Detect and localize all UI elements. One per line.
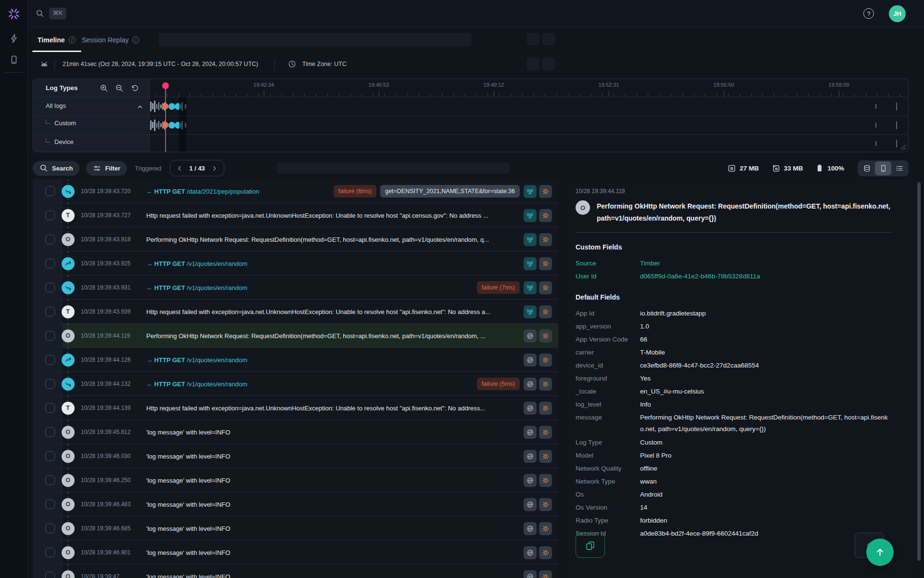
param-badge[interactable]: get=DENSITY_2021,NAME,STATE&for=state:36 [380,185,520,197]
zoom-in-icon[interactable] [100,84,108,92]
bitdrift-logo-icon[interactable] [7,7,21,21]
search-shortcut-badge[interactable]: ⌘K [49,8,66,19]
radio-tower-icon[interactable] [524,257,537,270]
search-button[interactable]: Search [33,161,79,176]
search-icon[interactable] [36,9,44,18]
log-row[interactable]: O 10/28 19:39:46.483 'log message' with … [33,492,558,516]
brightness-icon[interactable] [539,233,552,246]
resize-handle-icon[interactable] [899,144,906,150]
failure-badge[interactable]: failure (5ms) [477,378,520,390]
globe-offline-icon[interactable] [524,546,537,559]
tab-timeline[interactable]: Timeline i [38,27,76,52]
row-checkbox[interactable] [45,548,55,557]
globe-offline-icon[interactable] [524,378,537,391]
row-checkbox[interactable] [45,259,55,268]
row-checkbox[interactable] [45,379,55,389]
playhead-line[interactable] [165,86,166,152]
data-view-button[interactable] [859,161,875,175]
field-value[interactable]: Timber [640,257,673,270]
globe-offline-icon[interactable] [524,474,537,487]
log-row[interactable]: 10/28 19:39:43.925 → HTTP GET /v1/quotes… [33,251,558,276]
brightness-icon[interactable] [539,305,552,318]
row-checkbox[interactable] [45,451,55,461]
row-checkbox[interactable] [45,307,55,316]
globe-offline-icon[interactable] [524,450,537,463]
log-row[interactable]: O 10/28 19:39:45.812 'log message' with … [33,420,558,444]
log-row[interactable]: O 10/28 19:39:46.685 'log message' with … [33,516,558,540]
reset-zoom-icon[interactable] [130,84,139,92]
globe-offline-icon[interactable] [524,329,537,342]
field-value[interactable]: wwan [640,475,669,488]
field-value[interactable]: Android [640,488,675,501]
radio-tower-icon[interactable] [524,281,537,294]
field-value[interactable]: forbidden [640,514,680,527]
field-value[interactable]: T-Mobile [640,346,678,359]
row-checkbox[interactable] [45,283,55,292]
filter-button[interactable]: Filter [86,161,127,176]
field-value[interactable]: a0de83b4-bd2f-4ece-89f9-6602441caf2d [640,527,770,540]
log-row[interactable]: 10/28 19:39:44.126 → HTTP GET /v1/quotes… [33,348,558,372]
log-list[interactable]: 10/28 19:39:43.720 ← HTTP GET /data/2021… [33,179,558,578]
timeline-row-all-logs[interactable]: All logs [46,102,66,109]
log-row[interactable]: T 10/28 19:39:44.139 Http request failed… [33,396,558,420]
brightness-icon[interactable] [539,329,552,342]
prev-page-icon[interactable] [176,165,183,172]
flash-nav-icon[interactable] [9,34,19,44]
field-value[interactable]: 14 [640,501,660,514]
field-value[interactable]: io.bitdrift.gradletestapp [640,307,719,320]
globe-offline-icon[interactable] [524,498,537,511]
brightness-icon[interactable] [539,522,552,535]
failure-badge[interactable]: failure (6ms) [334,185,376,197]
brightness-icon[interactable] [539,474,552,487]
row-checkbox[interactable] [45,572,55,578]
row-checkbox[interactable] [45,210,55,220]
radio-tower-icon[interactable] [524,185,537,198]
row-checkbox[interactable] [45,524,55,533]
log-row[interactable]: 10/28 19:39:43.720 ← HTTP GET /data/2021… [33,179,558,203]
zoom-out-icon[interactable] [115,84,124,92]
row-checkbox[interactable] [45,186,55,196]
log-row[interactable]: O 10/28 19:39:46.901 'log message' with … [33,540,558,565]
list-view-button[interactable] [891,161,908,175]
log-row[interactable]: T 10/28 19:39:43.939 Http request failed… [33,300,558,324]
field-value[interactable]: 66 [640,333,660,346]
radio-tower-icon[interactable] [524,209,537,222]
log-row[interactable]: O 10/28 19:39:46.030 'log message' with … [33,444,558,468]
log-row[interactable]: O 10/28 19:39:44.119 Performing OkHttp N… [33,324,558,348]
field-value[interactable]: Info [640,398,664,411]
timeline-row-device[interactable]: Device [46,138,74,145]
brightness-icon[interactable] [539,354,552,367]
row-checkbox[interactable] [45,355,55,365]
log-row[interactable]: O 10/28 19:39:47 'log message' with leve… [33,565,558,578]
globe-offline-icon[interactable] [524,426,537,439]
vertical-scrollbar[interactable] [917,182,921,561]
globe-offline-icon[interactable] [524,402,537,415]
next-page-icon[interactable] [211,165,218,172]
field-value[interactable]: Performing OkHttp Network Request: Reque… [640,411,905,436]
globe-offline-icon[interactable] [524,570,537,578]
globe-offline-icon[interactable] [524,354,537,367]
row-checkbox[interactable] [45,331,55,341]
help-icon[interactable]: ? [863,8,874,19]
tab-session-replay[interactable]: Session Replay i [82,27,139,52]
scroll-to-top-button[interactable] [866,539,894,566]
field-value[interactable]: Yes [640,372,663,385]
brightness-icon[interactable] [539,281,552,294]
failure-badge[interactable]: failure (7ms) [477,281,520,294]
avatar[interactable]: JH [889,5,906,22]
brightness-icon[interactable] [539,209,552,222]
brightness-icon[interactable] [539,426,552,439]
row-checkbox[interactable] [45,235,55,244]
brightness-icon[interactable] [539,378,552,391]
brightness-icon[interactable] [539,450,552,463]
log-row[interactable]: T 10/28 19:39:43.727 Http request failed… [33,203,558,227]
radio-tower-icon[interactable] [524,305,537,318]
globe-offline-icon[interactable] [524,522,537,535]
log-row[interactable]: O 10/28 19:39:46.250 'log message' with … [33,468,558,492]
field-value[interactable]: ce3efbd8-86f8-4c47-bcc2-27d2caa68554 [640,359,771,372]
field-value[interactable]: 1.0 [640,320,662,333]
field-value[interactable]: offline [640,462,670,475]
row-checkbox[interactable] [45,403,55,413]
field-value[interactable]: en_US_#u-mu-celsius [640,385,717,398]
brightness-icon[interactable] [539,402,552,415]
